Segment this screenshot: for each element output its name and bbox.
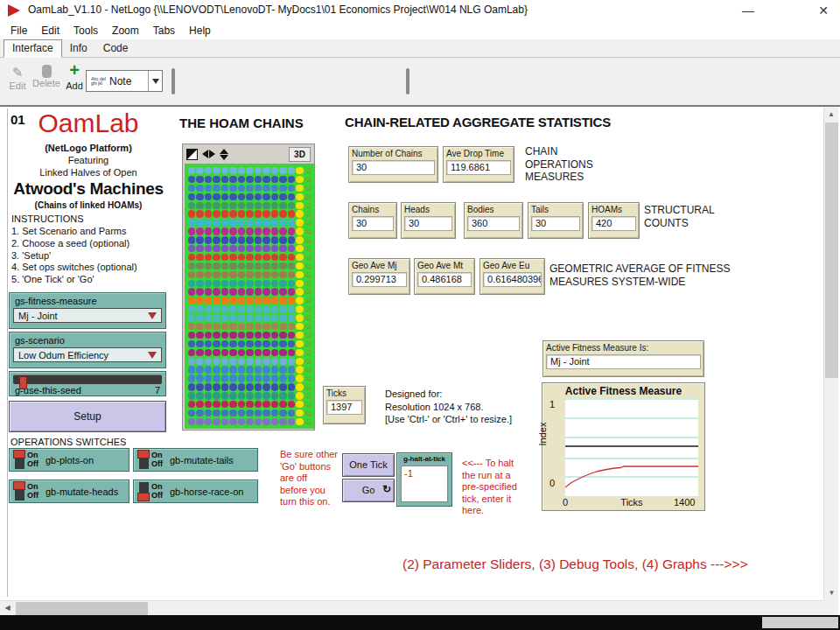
hoam-chain-row: ☺ <box>188 366 314 374</box>
scroll-left-icon[interactable]: ◀ <box>0 601 15 615</box>
close-button[interactable]: ✕ <box>807 0 840 21</box>
one-tick-button[interactable]: One Tick <box>342 453 395 477</box>
menu-bar: File Edit Tools Zoom Tabs Help <box>0 21 840 39</box>
go-warning-note: Be sure other 'Go' buttons are off befor… <box>280 449 338 508</box>
chain-dot <box>221 358 228 365</box>
toggle-knob[interactable] <box>137 450 150 458</box>
restore-button[interactable] <box>770 0 803 21</box>
menu-tools[interactable]: Tools <box>66 24 105 37</box>
chain-dot <box>205 374 212 382</box>
chain-dot <box>196 210 203 217</box>
tab-code[interactable]: Code <box>95 40 136 57</box>
vertical-scrollbar[interactable]: ▲ ▼ <box>823 107 838 600</box>
switch-gb-mutate-heads[interactable]: OnOff gb-mutate-heads <box>9 480 130 503</box>
monitor-chains: Chains30 <box>348 202 397 239</box>
chain-dot <box>196 401 203 408</box>
setup-button[interactable]: Setup <box>9 401 166 432</box>
hoam-chain-row: ☺ <box>188 410 314 418</box>
toggle-track[interactable] <box>139 482 149 500</box>
menu-tabs[interactable]: Tabs <box>146 24 182 37</box>
scroll-up-icon[interactable]: ▲ <box>824 107 838 122</box>
chain-dot <box>221 228 228 234</box>
halt-tick-input[interactable]: -1 <box>401 466 448 502</box>
netlogo-app-icon <box>8 4 20 17</box>
tab-interface[interactable]: Interface <box>4 39 62 58</box>
chain-dot <box>271 262 278 270</box>
toggle-knob[interactable] <box>137 493 150 501</box>
bottom-black-strip <box>0 615 840 630</box>
chain-dot <box>213 366 220 373</box>
switch-gb-horse-race-on[interactable]: OnOff gb-horse-race-on <box>133 480 258 503</box>
toggle-track[interactable] <box>15 482 24 500</box>
chain-dot <box>196 418 203 425</box>
chain-dot <box>229 202 236 209</box>
horizontal-scroll-thumb[interactable] <box>16 602 148 615</box>
horizontal-scrollbar[interactable]: ◀ <box>0 600 823 615</box>
chain-dot <box>213 314 220 321</box>
monitor-ticks: Ticks1397 <box>323 386 366 424</box>
chain-dot <box>255 401 262 408</box>
toggle-track[interactable] <box>15 451 24 469</box>
chain-dot <box>238 245 245 252</box>
chain-dot <box>262 228 270 234</box>
chain-dot <box>262 323 270 330</box>
chain-dot <box>205 332 212 339</box>
minimize-button[interactable]: — <box>732 0 765 21</box>
slider-track[interactable] <box>13 374 162 384</box>
chain-dot <box>213 349 220 356</box>
menu-file[interactable]: File <box>4 24 34 37</box>
view-header: 3D <box>183 144 314 164</box>
vertical-scroll-thumb[interactable] <box>825 122 838 378</box>
add-button[interactable]: + Add <box>63 60 86 91</box>
view-heading: THE HOAM CHAINS <box>179 116 304 130</box>
forever-icon: ↻ <box>382 479 391 500</box>
edit-button[interactable]: ✎ Edit <box>5 65 30 91</box>
chain-dot <box>229 288 236 295</box>
chain-dot <box>255 254 262 261</box>
go-button[interactable]: Go ↻ <box>342 479 395 502</box>
app-title: OamLab <box>9 108 168 138</box>
toggle-track[interactable] <box>139 451 149 469</box>
monitor-bodies: Bodies360 <box>464 202 523 239</box>
chain-dot <box>188 236 195 243</box>
view-resize-icon[interactable] <box>186 149 198 160</box>
chain-dot <box>196 185 203 192</box>
menu-help[interactable]: Help <box>182 24 218 37</box>
chooser-select[interactable]: Mj - Joint <box>13 308 162 323</box>
delete-button[interactable]: Delete <box>32 65 61 88</box>
chain-head-dot <box>296 323 303 330</box>
tab-info[interactable]: Info <box>62 40 95 57</box>
instruction-item: 3. 'Setup' <box>11 250 137 262</box>
chain-dot <box>271 167 278 174</box>
hoam-chain-row: ☺ <box>188 167 314 176</box>
horizontal-arrows-icon[interactable] <box>202 150 215 158</box>
widget-type-dropdown[interactable]: Abc def ghi jkl Note <box>86 70 163 92</box>
chain-dot <box>196 245 203 252</box>
chain-dot <box>221 305 228 312</box>
menu-edit[interactable]: Edit <box>34 24 66 37</box>
chain-dot <box>255 167 262 174</box>
chain-dot <box>279 297 286 304</box>
switch-gb-plots-on[interactable]: OnOff gb-plots-on <box>9 448 130 472</box>
chain-head-dot <box>296 202 303 209</box>
chain-dot <box>221 349 228 356</box>
chain-dot <box>238 366 245 373</box>
chain-dot <box>271 288 278 295</box>
switch-gb-mutate-tails[interactable]: OnOff gb-mutate-tails <box>133 448 258 472</box>
toggle-knob[interactable] <box>13 481 25 490</box>
world-view[interactable]: ☺☺☺☺☺☺☺☺☺☺☺☺☺☺☺☺☺☺☺☺☺☺☺☺☺☺☺☺☺☺ <box>185 164 314 429</box>
menu-zoom[interactable]: Zoom <box>105 24 146 37</box>
chain-dot <box>213 202 220 209</box>
chain-dot <box>229 193 236 200</box>
chain-dot <box>238 401 245 408</box>
chain-dot <box>196 332 203 339</box>
vertical-arrows-icon[interactable] <box>220 149 228 160</box>
chain-dot <box>271 323 278 330</box>
chooser-select[interactable]: Low Odum Efficiency <box>13 347 162 362</box>
scroll-down-icon[interactable]: ▼ <box>824 585 839 600</box>
chain-dot <box>271 358 278 365</box>
chain-dot <box>213 245 220 252</box>
view-3d-button[interactable]: 3D <box>289 147 311 162</box>
toggle-knob[interactable] <box>13 450 25 458</box>
chain-dot <box>238 262 245 270</box>
